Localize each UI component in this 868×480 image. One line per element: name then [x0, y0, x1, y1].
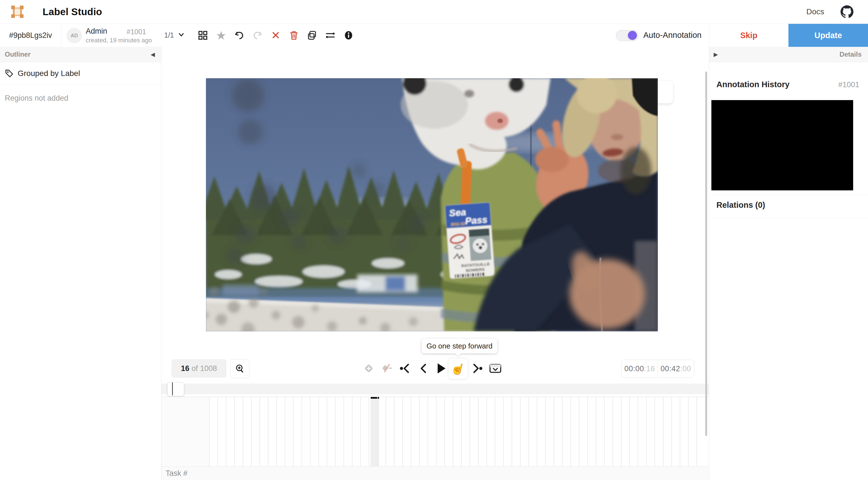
ruler-tick [554, 397, 554, 466]
ruler-tick [436, 397, 436, 466]
expand-panel-icon[interactable]: ▶ [714, 51, 718, 58]
ruler-tick [562, 397, 563, 466]
task-row: Task # [161, 466, 709, 480]
ruler-tick [352, 397, 352, 466]
skip-button[interactable]: Skip [709, 24, 788, 47]
auto-annotation-toggle[interactable] [616, 30, 638, 41]
ruler-tick [470, 397, 470, 466]
ruler-tick [369, 397, 369, 466]
current-frame-marker[interactable] [371, 397, 379, 399]
timeline-minimap[interactable] [161, 384, 709, 394]
frame-current: 16 [181, 364, 189, 373]
ruler-tick [537, 397, 537, 466]
app-title: Label Studio [42, 6, 102, 18]
ruler-tick [621, 397, 621, 466]
settings-sliders-icon[interactable] [323, 29, 337, 42]
current-time-frames: :16 [644, 364, 655, 373]
ruler-tick [217, 397, 218, 466]
github-icon[interactable] [841, 5, 854, 18]
divider [709, 194, 868, 195]
minimap-playhead [172, 383, 173, 395]
frame-total: 1008 [200, 364, 217, 373]
current-frame-column [371, 397, 379, 466]
keyframe-interpolation-icon[interactable] [378, 359, 395, 378]
ruler-tick [251, 397, 252, 466]
ruler-tick [654, 397, 655, 466]
ruler-tick [613, 397, 613, 466]
chevron-down-icon[interactable] [177, 31, 185, 39]
zoom-in-icon[interactable] [230, 359, 249, 378]
update-button[interactable]: Update [788, 24, 868, 47]
time-display: 00:00:16 00:42:00 [621, 360, 694, 378]
ruler-tick [478, 397, 478, 466]
grouped-by-label: Grouped by Label [18, 69, 80, 78]
info-icon[interactable] [342, 29, 355, 42]
details-title: Details [839, 51, 862, 58]
ruler-tick [285, 397, 285, 466]
ruler-tick [671, 397, 672, 466]
ruler-tick [453, 397, 453, 466]
previous-keyframe-icon[interactable] [397, 359, 413, 378]
outliner-header: Outliner ◀ [0, 47, 161, 62]
relations-label: Relations (0) [716, 201, 765, 210]
ruler-tick [259, 397, 260, 466]
toggle-knob [628, 31, 637, 40]
main-content: Sea Pass 2011-12 RATATOUILLE BOWERS [161, 47, 709, 480]
ruler-tick [495, 397, 495, 466]
ruler-tick [545, 397, 546, 466]
play-icon[interactable] [433, 359, 450, 378]
ruler-tick [234, 397, 235, 466]
ruler-tick [226, 397, 226, 466]
minimap-viewport[interactable] [167, 382, 184, 396]
ruler-tick [327, 397, 327, 466]
ruler-tick [310, 397, 310, 466]
next-keyframe-icon[interactable] [469, 359, 486, 378]
ruler-tick [638, 397, 638, 466]
divider [709, 218, 868, 219]
star-icon[interactable]: ★ [214, 29, 228, 42]
previous-frame-icon[interactable] [415, 359, 432, 378]
app-header: Label Studio Docs [0, 0, 868, 24]
reset-close-icon[interactable]: ✕ [269, 29, 282, 42]
ruler-tick [394, 397, 395, 466]
tag-icon [5, 69, 14, 78]
auto-annotation-label: Auto-Annotation [643, 31, 702, 40]
trash-icon[interactable] [287, 29, 301, 42]
step-forward-button[interactable]: ☝ [448, 358, 468, 379]
copy-annotation-icon[interactable] [305, 29, 319, 42]
ruler-tick [663, 397, 663, 466]
current-time-main: 00:00 [624, 364, 644, 373]
tooltip-text: Go one step forward [427, 342, 493, 351]
docs-link[interactable]: Docs [806, 7, 824, 16]
label-studio-logo-icon [11, 5, 24, 19]
hand-cursor-icon: ☝ [450, 361, 466, 376]
grouped-by-label-row[interactable]: Grouped by Label [0, 62, 161, 85]
ruler-tick [209, 397, 210, 466]
ruler-tick [503, 397, 504, 466]
annotation-topbar: #9pb8Lgs2iv AD Admin #1001 created, 19 m… [0, 24, 868, 47]
ruler-tick [512, 397, 512, 466]
redo-icon[interactable] [251, 29, 264, 42]
add-keyframe-icon[interactable] [360, 359, 377, 378]
video-canvas[interactable]: Sea Pass 2011-12 RATATOUILLE BOWERS [206, 78, 658, 331]
ruler-tick [268, 397, 269, 466]
ruler-tick [419, 397, 420, 466]
frame-counter[interactable]: 16 of 1008 [172, 359, 226, 378]
ruler-tick [428, 397, 428, 466]
ruler-tick [688, 397, 689, 466]
annotation-history-label: Annotation History [716, 80, 789, 89]
frame-of-label: of [192, 364, 198, 373]
created-text: created, 19 minutes ago [86, 37, 152, 44]
grid-view-icon[interactable] [196, 29, 210, 42]
outliner-panel: Outliner ◀ Grouped by Label Regions not … [0, 47, 161, 480]
ruler-tick [629, 397, 630, 466]
collapse-panel-icon[interactable]: ◀ [151, 51, 155, 58]
toggle-timeline-icon[interactable] [487, 359, 504, 378]
undo-icon[interactable] [232, 29, 246, 42]
vertical-scrollbar[interactable] [705, 71, 707, 436]
ruler-tick [646, 397, 647, 466]
tooltip: Go one step forward [422, 339, 497, 353]
timeline-ruler[interactable] [161, 397, 709, 467]
history-thumbnail[interactable] [711, 100, 853, 190]
ruler-tick [528, 397, 529, 466]
